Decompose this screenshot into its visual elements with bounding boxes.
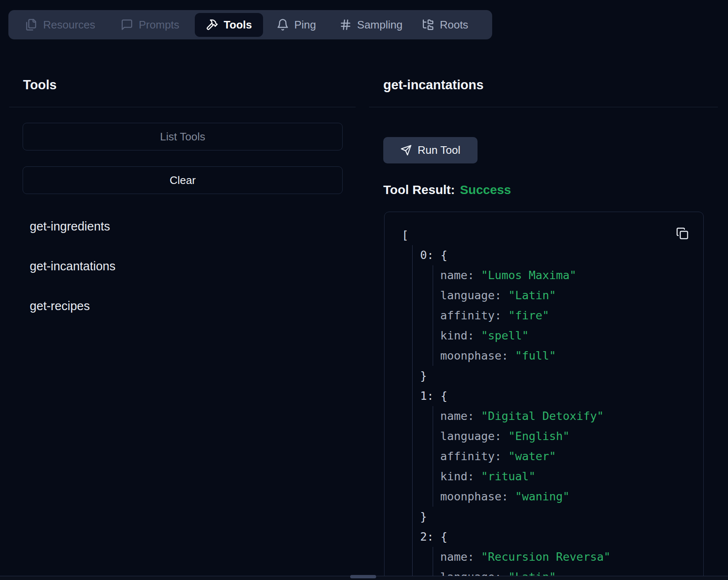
list-tools-button[interactable]: List Tools [23,123,343,150]
json-content: [0: {name: "Lumos Maxima"language: "Lati… [385,225,703,580]
tab-ping[interactable]: Ping [276,18,316,31]
folder-tree-icon [422,18,434,31]
horizontal-scrollbar-thumb[interactable] [350,575,376,578]
tool-list-item-get-incantations[interactable]: get-incantations [30,258,116,274]
json-row: 1: { [420,386,703,406]
json-object-fields: name: "Digital Detoxify"language: "Engli… [433,406,703,507]
json-row: [ [385,225,703,245]
tool-list-item-get-recipes[interactable]: get-recipes [30,298,116,314]
json-row: kind: "ritual" [440,466,703,487]
hammer-icon [206,18,218,31]
tool-list-item-get-ingredients[interactable]: get-ingredients [30,218,116,235]
tab-label: Tools [224,18,252,31]
run-tool-button[interactable]: Run Tool [383,137,478,163]
tab-tools[interactable]: Tools [195,13,263,37]
top-nav-bar: ResourcesPromptsToolsPingSamplingRoots [8,10,492,39]
json-row: 0: { [420,245,703,265]
json-row: name: "Lumos Maxima" [440,265,703,285]
json-row: language: "English" [440,426,703,446]
tab-label: Sampling [357,18,403,31]
left-panel-divider [9,107,356,107]
right-panel-divider [369,107,718,107]
json-row: language: "Latin" [440,285,703,306]
tab-label: Roots [440,18,468,31]
json-row: affinity: "water" [440,446,703,466]
tools-panel-title: Tools [23,78,57,93]
json-row: 2: { [420,527,703,547]
horizontal-scrollbar[interactable] [0,576,728,580]
tool-list: get-ingredientsget-incantationsget-recip… [30,218,116,337]
json-row: affinity: "fire" [440,306,703,326]
tab-sampling[interactable]: Sampling [339,18,403,31]
tool-result-label: Tool Result: [383,183,455,197]
selected-tool-title: get-incantations [383,78,483,93]
json-array-level: 0: {name: "Lumos Maxima"language: "Latin… [412,245,703,580]
json-row: kind: "spell" [440,326,703,346]
clear-button[interactable]: Clear [23,166,343,194]
tab-label: Resources [43,18,95,31]
json-row: name: "Recursion Reversa" [440,547,703,567]
json-object-fields: name: "Lumos Maxima"language: "Latin"aff… [433,265,703,366]
json-row: } [420,507,703,527]
tool-result-line: Tool Result: Success [383,183,511,197]
json-row: moonphase: "full" [440,346,703,366]
tab-resources[interactable]: Resources [25,18,95,31]
tab-label: Prompts [139,18,179,31]
tab-prompts[interactable]: Prompts [121,18,179,31]
files-icon [25,18,38,31]
json-row: } [420,366,703,386]
json-row: name: "Digital Detoxify" [440,406,703,426]
send-icon [400,145,412,156]
hash-icon [339,18,352,31]
json-row: moonphase: "waning" [440,487,703,507]
json-object-fields: name: "Recursion Reversa"language: "Lati… [433,547,703,580]
bell-icon [276,18,289,31]
tool-result-status: Success [460,183,511,197]
tab-roots[interactable]: Roots [422,18,468,31]
message-square-icon [121,18,133,31]
tool-result-json-viewer: [0: {name: "Lumos Maxima"language: "Lati… [384,212,704,580]
tab-label: Ping [294,18,316,31]
run-tool-label: Run Tool [418,144,460,157]
